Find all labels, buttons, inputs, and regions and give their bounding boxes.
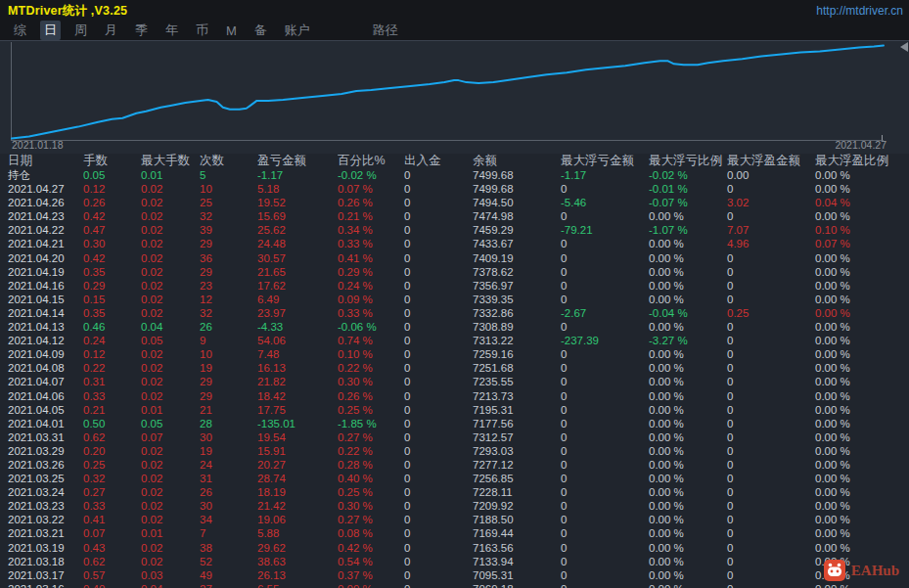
cell: 2021.04.15 xyxy=(8,293,83,306)
table-row[interactable]: 2021.03.260.250.022420.270.28 %07277.120… xyxy=(0,458,909,472)
table-rows: 持仓0.050.015-1.17-0.02 %07499.68-1.17-0.0… xyxy=(0,168,909,588)
menu-item-4[interactable]: 季 xyxy=(131,21,152,40)
cell: 0.04 xyxy=(141,320,200,334)
menu-item-1[interactable]: 日 xyxy=(40,21,61,40)
cell: -0.02 % xyxy=(649,168,727,182)
cell: 0.10 % xyxy=(338,347,404,361)
cell: 0.07 xyxy=(83,526,141,540)
column-header-0: 日期 xyxy=(8,154,83,168)
table-row[interactable]: 2021.04.160.290.022317.620.24 %07356.970… xyxy=(0,279,909,293)
cell: 0.12 xyxy=(83,347,141,361)
cell: 0.02 xyxy=(141,265,200,279)
menu-item-2[interactable]: 周 xyxy=(70,21,91,40)
column-header-11: 最大浮盈比例 xyxy=(815,154,906,168)
table-row[interactable]: 2021.04.270.120.02105.180.07 %07499.680-… xyxy=(0,182,909,196)
table-row[interactable]: 2021.04.200.420.023630.570.41 %07409.190… xyxy=(0,251,909,265)
table-row[interactable]: 2021.03.240.270.022618.190.25 %07228.110… xyxy=(0,485,909,499)
table-row[interactable]: 2021.04.050.210.012117.750.25 %07195.310… xyxy=(0,403,909,417)
table-row[interactable]: 2021.04.060.330.022918.420.26 %07213.730… xyxy=(0,389,909,403)
table-row[interactable]: 2021.04.210.300.022924.480.33 %07433.670… xyxy=(0,237,909,250)
cell: 0.01 xyxy=(141,403,200,417)
cell: 2021.04.13 xyxy=(8,320,83,334)
table-row[interactable]: 2021.04.130.460.0426-4.33-0.06 %07308.89… xyxy=(0,320,909,334)
table-row[interactable]: 2021.04.260.260.022519.520.26 %07494.50-… xyxy=(0,196,909,209)
table-row[interactable]: 持仓0.050.015-1.17-0.02 %07499.68-1.17-0.0… xyxy=(0,168,909,182)
menu-item-3[interactable]: 月 xyxy=(101,21,121,40)
cell: 0.24 xyxy=(83,334,141,347)
cell: 0.00 % xyxy=(649,320,727,334)
cell: 0.25 xyxy=(83,458,141,472)
cell: 7277.12 xyxy=(473,458,561,472)
cell: 0 xyxy=(561,458,649,472)
table-row[interactable]: 2021.04.090.120.02107.480.10 %07259.1600… xyxy=(0,347,909,361)
cell: 0.00 % xyxy=(815,582,906,588)
cell: -0.02 % xyxy=(338,168,404,182)
cell: 7339.35 xyxy=(473,293,561,306)
table-row[interactable]: 2021.03.170.570.034926.130.37 %07095.310… xyxy=(0,568,909,582)
cell: 19.54 xyxy=(257,430,338,444)
table-row[interactable]: 2021.03.230.330.023021.420.30 %07209.920… xyxy=(0,499,909,513)
cell: 7177.56 xyxy=(473,417,561,430)
table-row[interactable]: 2021.03.290.200.021915.910.22 %07293.030… xyxy=(0,444,909,458)
cell: 10 xyxy=(200,182,257,196)
table-row[interactable]: 2021.03.220.410.023419.060.27 %07188.500… xyxy=(0,513,909,526)
cell: 0.26 % xyxy=(338,389,404,403)
menu-item-10[interactable]: 路径 xyxy=(369,21,402,40)
cell: 0 xyxy=(404,499,473,513)
app-url-link[interactable]: http://mtdriver.cn xyxy=(816,4,903,18)
cell: 7069.18 xyxy=(473,582,561,588)
cell: 0.02 xyxy=(141,513,200,526)
cell: 0 xyxy=(404,320,473,334)
menu-item-5[interactable]: 年 xyxy=(161,21,182,40)
column-header-2: 最大手数 xyxy=(141,154,200,168)
cell: 0.25 % xyxy=(338,403,404,417)
cell: 0 xyxy=(727,499,815,513)
cell: 5.18 xyxy=(257,182,338,196)
table-row[interactable]: 2021.04.080.220.021916.130.22 %07251.680… xyxy=(0,361,909,375)
cell: 27 xyxy=(200,582,257,588)
cell: 0 xyxy=(404,361,473,375)
table-row[interactable]: 2021.04.150.150.02126.490.09 %07339.3500… xyxy=(0,293,909,306)
cell: 0 xyxy=(404,472,473,485)
cell: 0.42 xyxy=(83,209,141,223)
cell: 0 xyxy=(727,430,815,444)
cell: 7256.85 xyxy=(473,472,561,485)
cell: 0.15 xyxy=(83,293,141,306)
chart-scroll-arrow-icon[interactable] xyxy=(900,42,908,52)
table-row[interactable]: 2021.04.190.350.022921.650.29 %07378.620… xyxy=(0,265,909,279)
table-row[interactable]: 2021.03.180.620.025238.630.54 %07133.940… xyxy=(0,555,909,568)
cell: 0.00 % xyxy=(815,347,906,361)
cell: 24.48 xyxy=(257,237,338,250)
cell: 0.00 % xyxy=(815,279,906,293)
cell: 0.00 % xyxy=(649,485,727,499)
cell: 0.02 xyxy=(141,237,200,250)
table-row[interactable]: 2021.03.210.070.0175.880.08 %07169.4400.… xyxy=(0,526,909,540)
cell: 0 xyxy=(404,568,473,582)
table-row[interactable]: 2021.04.230.420.023215.690.21 %07474.980… xyxy=(0,209,909,223)
menu-item-0[interactable]: 综 xyxy=(10,21,30,40)
menu-item-7[interactable]: M xyxy=(222,23,241,39)
menu-item-8[interactable]: 备 xyxy=(250,21,271,40)
table-row[interactable]: 2021.04.140.350.023223.970.33 %07332.86-… xyxy=(0,306,909,320)
table-row[interactable]: 2021.04.010.500.0528-135.01-1.85 %07177.… xyxy=(0,417,909,430)
cell: 7313.22 xyxy=(473,334,561,347)
cell: 7.48 xyxy=(257,347,338,361)
table-row[interactable]: 2021.04.220.470.023925.620.34 %07459.29-… xyxy=(0,223,909,237)
cell: 0 xyxy=(561,389,649,403)
cell: 0 xyxy=(561,347,649,361)
table-row[interactable]: 2021.04.120.240.05954.060.74 %07313.22-2… xyxy=(0,334,909,347)
table-row[interactable]: 2021.03.190.430.023829.620.42 %07163.560… xyxy=(0,541,909,555)
menu-item-6[interactable]: 币 xyxy=(192,21,212,40)
table-row[interactable]: 2021.03.250.320.023128.740.40 %07256.850… xyxy=(0,472,909,485)
cell: 0.22 xyxy=(83,361,141,375)
cell: 0.00 % xyxy=(649,389,727,403)
menu-item-9[interactable]: 账户 xyxy=(281,21,314,40)
cell: 0 xyxy=(561,417,649,430)
cell: 49 xyxy=(200,568,257,582)
table-row[interactable]: 2021.03.160.400.04276.550.09 %07069.1800… xyxy=(0,582,909,588)
cell: 12 xyxy=(200,293,257,306)
cell: 19.06 xyxy=(257,513,338,526)
table-row[interactable]: 2021.04.070.310.022921.820.30 %07235.550… xyxy=(0,375,909,388)
table-row[interactable]: 2021.03.310.620.073019.540.27 %07312.570… xyxy=(0,430,909,444)
cell: 2021.03.22 xyxy=(8,513,83,526)
